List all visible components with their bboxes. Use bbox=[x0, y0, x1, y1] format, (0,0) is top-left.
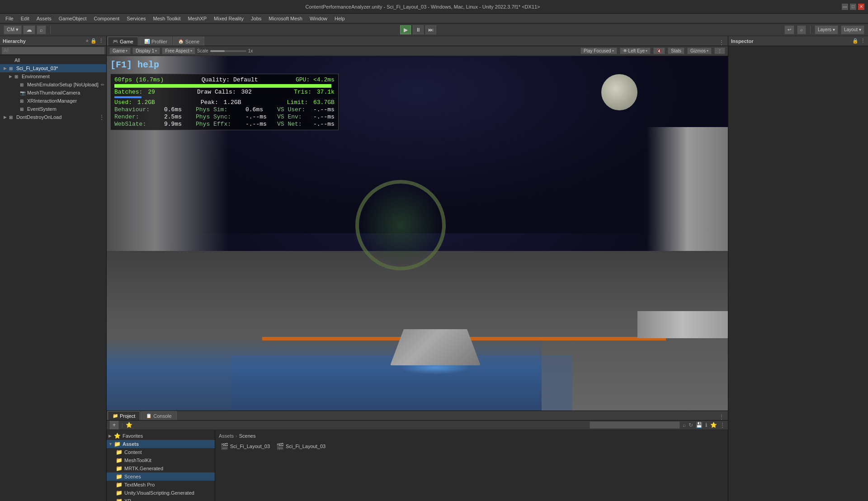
play-focused-button[interactable]: Play Focused ▾ bbox=[580, 47, 617, 54]
env-icon: ⊞ bbox=[14, 74, 21, 79]
step-button[interactable]: ⏭ bbox=[425, 25, 436, 34]
file-tree-textmesh[interactable]: 📁 TextMesh Pro bbox=[107, 481, 215, 489]
play-button[interactable]: ▶ bbox=[400, 25, 411, 34]
tab-console[interactable]: 📋 Console bbox=[141, 411, 176, 420]
game-toolbar-menu[interactable]: ⋮ bbox=[714, 47, 725, 54]
menu-assets[interactable]: Assets bbox=[33, 15, 55, 22]
hierarchy-menu-icon[interactable]: ⋮ bbox=[99, 38, 104, 44]
menu-gameobject[interactable]: GameObject bbox=[55, 15, 90, 22]
toolbar-divider-2 bbox=[810, 26, 811, 34]
search-global-button[interactable]: ⌕ bbox=[797, 25, 806, 34]
gizmos-button[interactable]: Gizmos ▾ bbox=[687, 47, 712, 54]
glowing-table bbox=[390, 329, 481, 365]
project-add-button[interactable]: + bbox=[109, 421, 119, 430]
game-tab-menu[interactable]: ⋮ bbox=[716, 39, 727, 46]
hierarchy-item-scene[interactable]: ▶ ⊞ Sci_Fi_Layout_03* bbox=[0, 64, 106, 72]
inspector-lock-icon[interactable]: 🔒 bbox=[852, 38, 859, 44]
project-search-input[interactable] bbox=[590, 421, 680, 429]
cloud-button[interactable]: ☁ bbox=[23, 25, 35, 34]
file-item-1[interactable]: 🎬 Sci_Fi_Layout_03 bbox=[219, 442, 272, 451]
aspect-button[interactable]: Free Aspect ▾ bbox=[162, 47, 195, 54]
hierarchy-item-xr[interactable]: ⊞ XRInteractionManager bbox=[0, 97, 106, 105]
breadcrumb-assets[interactable]: Assets bbox=[219, 433, 234, 439]
file-tree-assets[interactable]: ▼ 📁 Assets bbox=[107, 440, 215, 448]
menu-meshxp[interactable]: MeshXP bbox=[184, 15, 210, 22]
stats-button[interactable]: Stats bbox=[668, 47, 684, 54]
assets-arrow: ▼ bbox=[108, 442, 114, 446]
toolbar-center: ▶ ⏸ ⏭ bbox=[55, 25, 782, 34]
hierarchy-item-dontdestroy[interactable]: ▶ ⊞ DontDestroyOnLoad ⋮ bbox=[0, 113, 106, 121]
bottom-search-icon: ⌕ bbox=[683, 422, 686, 428]
file-tree-favorites[interactable]: ▶ ⭐ Favorites bbox=[107, 432, 215, 440]
meshtoolkit-label: MeshToolKit bbox=[124, 458, 151, 463]
pause-button[interactable]: ⏸ bbox=[413, 25, 424, 34]
search-button[interactable]: ⌕ bbox=[37, 25, 46, 34]
tab-scene[interactable]: 🏠 Scene bbox=[173, 37, 204, 46]
cm-dropdown-button[interactable]: CM ▾ bbox=[4, 25, 22, 34]
game-dropdown-icon: ▾ bbox=[126, 49, 127, 53]
scenes-icon: 📁 bbox=[116, 473, 123, 480]
bottom-refresh-icon[interactable]: ↻ bbox=[689, 422, 693, 428]
hierarchy-item-all[interactable]: All bbox=[0, 56, 106, 64]
minimize-button[interactable]: — bbox=[842, 4, 848, 10]
mesh-label: MeshEmulatorSetup [NoUpload] bbox=[27, 82, 99, 87]
tab-project[interactable]: 📁 Project bbox=[108, 411, 140, 420]
titlebar-controls: — □ ✕ bbox=[842, 4, 864, 10]
bottom-info-icon[interactable]: ℹ bbox=[705, 422, 708, 428]
hierarchy-lock-icon[interactable]: 🔒 bbox=[90, 38, 97, 44]
inspector-header: Inspector 🔒 ⋮ bbox=[728, 36, 868, 46]
dontdestroy-label: DontDestroyOnLoad bbox=[16, 114, 61, 120]
file-tree-vs-generated[interactable]: 📁 Unity.VisualScripting.Generated bbox=[107, 489, 215, 497]
menu-file[interactable]: File bbox=[2, 15, 17, 22]
hierarchy-item-eventsystem[interactable]: ⊞ EventSystem bbox=[0, 105, 106, 113]
menu-mixed-reality[interactable]: Mixed Reality bbox=[210, 15, 247, 22]
bottom-menu-icon[interactable]: ⋮ bbox=[720, 422, 725, 428]
dontdestroy-menu-icon[interactable]: ⋮ bbox=[99, 114, 104, 120]
menu-component[interactable]: Component bbox=[90, 15, 123, 22]
menu-edit[interactable]: Edit bbox=[17, 15, 33, 22]
file-item-2[interactable]: 🎬 Sci_Fi_Layout_03 bbox=[274, 442, 327, 451]
hierarchy-item-mesh-emulator[interactable]: ⊞ MeshEmulatorSetup [NoUpload] ✏ bbox=[0, 80, 106, 89]
layout-button[interactable]: Layout ▾ bbox=[841, 25, 864, 34]
file-icon-1: 🎬 bbox=[221, 443, 228, 450]
file-tree-meshtoolkit[interactable]: 📁 MeshToolKit bbox=[107, 456, 215, 464]
hierarchy-item-environment[interactable]: ▶ ⊞ Environment bbox=[0, 72, 106, 80]
maximize-button[interactable]: □ bbox=[850, 4, 856, 10]
inspector-menu-icon[interactable]: ⋮ bbox=[860, 38, 865, 44]
toolbar: CM ▾ ☁ ⌕ ▶ ⏸ ⏭ ↩ ⌕ Layers ▾ Layout ▾ bbox=[0, 24, 868, 36]
scene-background bbox=[107, 56, 728, 411]
game-tab-bar: 🎮 Game 📊 Profiler 🏠 Scene ⋮ bbox=[107, 36, 728, 46]
hierarchy-item-camera[interactable]: 📷 MeshThumbnailCamera bbox=[0, 89, 106, 97]
bottom-star-icon[interactable]: ⭐ bbox=[710, 422, 717, 428]
display-button[interactable]: Display 1 ▾ bbox=[132, 47, 160, 54]
game-label-button[interactable]: Game ▾ bbox=[109, 47, 131, 54]
layers-button[interactable]: Layers ▾ bbox=[815, 25, 838, 34]
mute-button[interactable]: 🔇 bbox=[653, 47, 665, 54]
undo-button[interactable]: ↩ bbox=[784, 25, 794, 34]
scale-fill bbox=[210, 50, 225, 52]
menu-jobs[interactable]: Jobs bbox=[247, 15, 265, 22]
favorites-icon: ⭐ bbox=[126, 422, 132, 428]
bottom-save-icon[interactable]: 💾 bbox=[696, 422, 703, 428]
menu-mesh-toolkit[interactable]: Mesh Toolkit bbox=[150, 15, 184, 22]
hierarchy-search-input[interactable] bbox=[2, 47, 104, 54]
menu-help[interactable]: Help bbox=[331, 15, 349, 22]
file-tree-mrtk[interactable]: 📁 MRTK.Generated bbox=[107, 464, 215, 473]
hierarchy-add-icon[interactable]: + bbox=[86, 38, 89, 44]
file-tree-scenes[interactable]: 📁 Scenes bbox=[107, 473, 215, 481]
tab-profiler[interactable]: 📊 Profiler bbox=[139, 37, 172, 46]
menu-microsoft-mesh[interactable]: Microsoft Mesh bbox=[265, 15, 306, 22]
left-eye-button[interactable]: 👁 Left Eye ▾ bbox=[620, 47, 651, 54]
console-tab-icon: 📋 bbox=[146, 413, 151, 418]
menu-services[interactable]: Services bbox=[123, 15, 149, 22]
menu-window[interactable]: Window bbox=[306, 15, 331, 22]
file-tree-xr[interactable]: 📁 XR bbox=[107, 497, 215, 501]
tab-game[interactable]: 🎮 Game bbox=[108, 37, 138, 46]
scale-slider[interactable] bbox=[210, 50, 246, 52]
hierarchy-header-icons: + 🔒 ⋮ bbox=[86, 38, 104, 44]
close-button[interactable]: ✕ bbox=[858, 4, 864, 10]
file-tree-content[interactable]: 📁 Content bbox=[107, 448, 215, 456]
breadcrumb-scenes[interactable]: Scenes bbox=[239, 433, 256, 439]
bottom-tab-menu[interactable]: ⋮ bbox=[716, 414, 727, 420]
camera-label: MeshThumbnailCamera bbox=[27, 90, 80, 95]
